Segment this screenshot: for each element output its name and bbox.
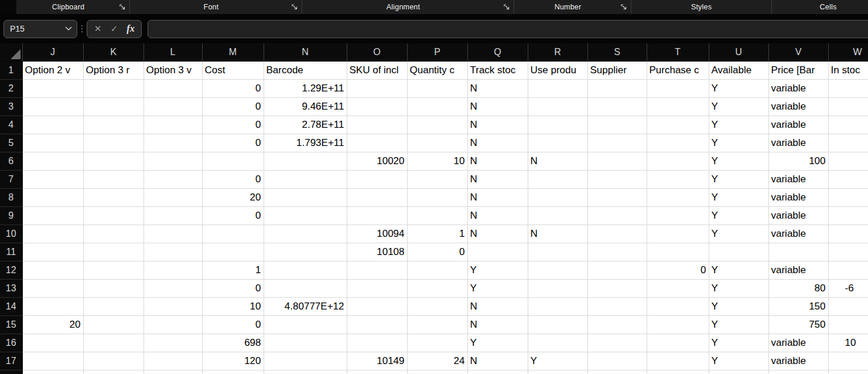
cell-M7[interactable]: 0 — [202, 170, 264, 188]
column-header-W[interactable]: W — [828, 43, 868, 61]
cell-P13[interactable] — [407, 279, 467, 297]
cell-S1[interactable]: Supplier — [587, 61, 647, 79]
cell-T4[interactable] — [647, 115, 709, 134]
cell-L11[interactable] — [143, 243, 202, 261]
cell-R5[interactable] — [528, 134, 587, 152]
cell-T8[interactable] — [647, 188, 709, 206]
cell-R15[interactable] — [528, 315, 587, 334]
cell-R18[interactable] — [528, 370, 587, 374]
cell-O11[interactable]: 10108 — [347, 243, 407, 261]
cell-O4[interactable] — [347, 115, 407, 134]
cell-P1[interactable]: Quantity c — [407, 61, 467, 79]
cell-T9[interactable] — [647, 206, 709, 225]
cell-Q17[interactable]: N — [467, 352, 528, 370]
row-header-16[interactable]: 16 — [0, 334, 22, 352]
cell-N2[interactable]: 1.29E+11 — [264, 79, 347, 97]
cell-P7[interactable] — [407, 170, 467, 188]
cell-Q11[interactable] — [467, 243, 528, 261]
cell-K18[interactable] — [83, 370, 143, 374]
cell-N13[interactable] — [264, 279, 347, 297]
cell-T10[interactable] — [647, 225, 709, 243]
row-header-5[interactable]: 5 — [0, 134, 22, 152]
cell-J7[interactable] — [22, 170, 83, 188]
cell-V2[interactable]: variable — [768, 79, 828, 97]
cell-R11[interactable] — [528, 243, 587, 261]
cell-U7[interactable]: Y — [709, 170, 768, 188]
cell-Q10[interactable]: N — [467, 225, 528, 243]
cell-T3[interactable] — [647, 97, 709, 115]
cell-L7[interactable] — [143, 170, 202, 188]
cell-V10[interactable]: variable — [768, 225, 828, 243]
cell-Q8[interactable]: N — [467, 188, 528, 206]
cell-L6[interactable] — [143, 152, 202, 170]
cell-W9[interactable] — [828, 206, 868, 225]
cell-N16[interactable] — [264, 334, 347, 352]
cell-N9[interactable] — [264, 206, 347, 225]
row-header-10[interactable]: 10 — [0, 225, 22, 243]
cell-M18[interactable] — [202, 370, 264, 374]
cell-L2[interactable] — [143, 79, 202, 97]
cell-W13[interactable]: -6 — [828, 279, 868, 297]
cell-P12[interactable] — [407, 261, 467, 279]
cell-U11[interactable] — [709, 243, 768, 261]
cell-V7[interactable]: variable — [768, 170, 828, 188]
cell-T5[interactable] — [647, 134, 709, 152]
cell-J12[interactable] — [22, 261, 83, 279]
cell-P6[interactable]: 10 — [407, 152, 467, 170]
cell-P16[interactable] — [407, 334, 467, 352]
cell-L14[interactable] — [143, 297, 202, 315]
cell-S12[interactable] — [587, 261, 647, 279]
cell-M10[interactable] — [202, 225, 264, 243]
clipboard-dialog-launcher-icon[interactable] — [118, 3, 127, 11]
cell-J18[interactable] — [22, 370, 83, 374]
cell-Q2[interactable]: N — [467, 79, 528, 97]
cell-S10[interactable] — [587, 225, 647, 243]
cell-U6[interactable]: Y — [709, 152, 768, 170]
cell-V18[interactable] — [768, 370, 828, 374]
cell-M13[interactable]: 0 — [202, 279, 264, 297]
cell-P5[interactable] — [407, 134, 467, 152]
column-header-M[interactable]: M — [202, 43, 264, 61]
cell-T12[interactable]: 0 — [647, 261, 709, 279]
cell-W8[interactable] — [828, 188, 868, 206]
row-header-11[interactable]: 11 — [0, 243, 22, 261]
cell-J3[interactable] — [22, 97, 83, 115]
cell-T15[interactable] — [647, 315, 709, 334]
cell-K1[interactable]: Option 3 r — [83, 61, 143, 79]
cell-N17[interactable] — [264, 352, 347, 370]
cell-T18[interactable] — [647, 370, 709, 374]
cell-O7[interactable] — [347, 170, 407, 188]
cell-S5[interactable] — [587, 134, 647, 152]
row-header-4[interactable]: 4 — [0, 115, 22, 134]
cell-R16[interactable] — [528, 334, 587, 352]
cell-O14[interactable] — [347, 297, 407, 315]
cell-O13[interactable] — [347, 279, 407, 297]
cell-S9[interactable] — [587, 206, 647, 225]
cell-V12[interactable]: variable — [768, 261, 828, 279]
cell-N14[interactable]: 4.80777E+12 — [264, 297, 347, 315]
cell-V8[interactable]: variable — [768, 188, 828, 206]
cell-U2[interactable]: Y — [709, 79, 768, 97]
cell-T14[interactable] — [647, 297, 709, 315]
cell-O1[interactable]: SKU of incl — [347, 61, 407, 79]
font-dialog-launcher-icon[interactable] — [291, 3, 299, 11]
cell-O2[interactable] — [347, 79, 407, 97]
cell-O15[interactable] — [347, 315, 407, 334]
insert-function-button[interactable]: fx — [122, 21, 139, 38]
cell-K16[interactable] — [83, 334, 143, 352]
cell-K7[interactable] — [83, 170, 143, 188]
number-dialog-launcher-icon[interactable] — [620, 3, 628, 11]
cell-T17[interactable] — [647, 352, 709, 370]
cell-V5[interactable]: variable — [768, 134, 828, 152]
cell-O12[interactable] — [347, 261, 407, 279]
cell-W16[interactable]: 10 — [828, 334, 868, 352]
cell-S2[interactable] — [587, 79, 647, 97]
cell-N4[interactable]: 2.78E+11 — [264, 115, 347, 134]
cell-R1[interactable]: Use produ — [528, 61, 587, 79]
row-header-1[interactable]: 1 — [0, 61, 22, 79]
column-header-O[interactable]: O — [347, 43, 407, 61]
column-header-Q[interactable]: Q — [467, 43, 528, 61]
cell-S13[interactable] — [587, 279, 647, 297]
cell-Q16[interactable]: Y — [467, 334, 528, 352]
cell-M8[interactable]: 20 — [202, 188, 264, 206]
